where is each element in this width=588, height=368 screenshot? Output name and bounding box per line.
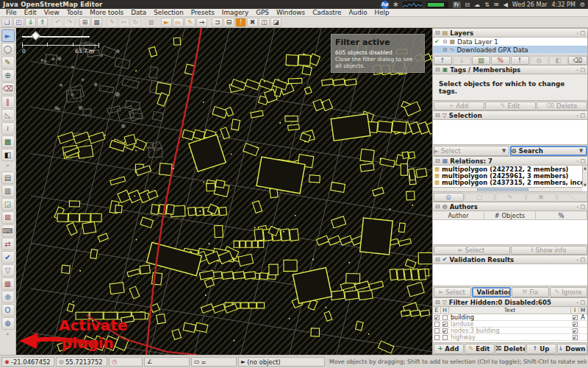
authors-select-button[interactable]: ► Select <box>434 246 510 255</box>
wand-button[interactable]: ✎ <box>107 18 118 27</box>
relation-download-button[interactable]: ⋱ <box>557 193 587 202</box>
relation-search-button[interactable]: ⊙ <box>434 193 464 202</box>
relation-item[interactable]: ▦multipolygon (2437315, 2 members, incom… <box>433 179 582 185</box>
mirror-tool-button[interactable]: ◧ <box>1 149 15 161</box>
filter-up-button[interactable]: ↑ Up <box>526 344 556 354</box>
command-stack-button[interactable]: ⇄ <box>1 238 15 250</box>
zoom-tool-button[interactable]: ⊕ <box>1 69 15 82</box>
zoom-slider-thumb[interactable] <box>31 31 40 40</box>
zoom-selection-button[interactable]: ⊞ <box>79 18 90 27</box>
plugin-button[interactable]: ⊛ <box>1 317 15 330</box>
zoom-slider[interactable] <box>22 32 103 40</box>
preferences-button[interactable]: ▦ <box>91 18 102 27</box>
column-objects[interactable]: # Objects <box>484 211 536 219</box>
collapse-icon[interactable]: ⊟ <box>435 158 440 164</box>
pin-icon[interactable]: – <box>576 113 579 118</box>
pin-arrow-button[interactable]: ✎ <box>184 18 196 27</box>
download-button[interactable]: ⇓ <box>25 18 36 27</box>
menu-help[interactable]: Help <box>371 9 393 16</box>
warning-button[interactable]: ! <box>235 18 246 27</box>
collapse-icon[interactable]: ⊟ <box>435 256 440 263</box>
toolbar-overflow-indicator[interactable]: » <box>6 331 9 337</box>
filter-text[interactable]: nodes:3 building <box>449 328 571 334</box>
search-dropdown[interactable]: ⊙ Search ▼ <box>510 146 587 156</box>
refresh-button[interactable]: ↻ <box>130 18 141 27</box>
delete-tool-button[interactable]: ⌫ <box>1 82 15 95</box>
filter-text[interactable]: building <box>449 314 571 321</box>
show-info-button[interactable]: ℹ Show info <box>511 246 587 255</box>
pin-icon[interactable]: – <box>576 204 579 210</box>
visibility-eye-icon[interactable]: ⊙ <box>442 38 448 45</box>
layer-warning-button[interactable]: ! <box>511 56 529 65</box>
delete-tag-button[interactable]: ⌫ Delete <box>537 102 587 110</box>
filter-edit-button[interactable]: ✎ Edit <box>465 344 495 354</box>
scissors-button[interactable]: ✂ <box>118 18 129 27</box>
close-icon[interactable]: □ <box>580 257 585 263</box>
new-button[interactable]: ❏ <box>1 18 12 27</box>
menu-imagery[interactable]: Imagery <box>218 9 252 16</box>
move-arrow-button[interactable]: → <box>196 18 207 27</box>
collapse-icon[interactable]: ⊟ <box>435 203 440 210</box>
filter-row[interactable]: highway✔ <box>433 334 587 341</box>
invert-checkbox[interactable]: ✔ <box>573 322 578 327</box>
menu-selection[interactable]: Selection <box>150 9 187 16</box>
menu-view[interactable]: View <box>40 9 63 16</box>
weather-icon[interactable]: ☁ <box>474 1 480 8</box>
filter-delete-button[interactable]: ⌫ Delete <box>495 344 526 354</box>
map-view[interactable]: 0 63.7 m Filter active 605 objects disab… <box>16 28 432 355</box>
angle-tool-button[interactable]: ◺ <box>1 109 15 121</box>
column-percent[interactable]: % <box>536 211 587 219</box>
invert-checkbox[interactable]: ✔ <box>573 335 578 340</box>
layer-percent-button[interactable]: % <box>491 56 509 65</box>
enable-checkbox[interactable] <box>434 328 440 333</box>
filter-down-button[interactable]: ↓ Down <box>557 344 587 354</box>
download-panel-button[interactable]: ▤ <box>1 171 15 184</box>
history-panel-button[interactable]: ▥ <box>1 185 15 197</box>
cpu-graph-widget[interactable] <box>403 1 422 8</box>
extrude-tool-button[interactable]: ▩ <box>1 135 15 148</box>
horizontal-scrollbar[interactable] <box>433 187 582 191</box>
enable-checkbox[interactable] <box>434 322 440 327</box>
invert-checkbox[interactable]: ✔ <box>573 315 578 320</box>
vertical-scrollbar[interactable]: ▲▼ <box>582 166 587 187</box>
menu-file[interactable]: File <box>2 9 21 16</box>
selection-panel-button[interactable]: ▽ <box>1 264 15 277</box>
hide-checkbox[interactable] <box>442 315 448 320</box>
menu-audio[interactable]: Audio <box>345 9 371 16</box>
filter-text[interactable]: landuse <box>449 321 571 328</box>
validation-panel-button[interactable]: ✔ <box>1 251 15 263</box>
building-tool-button[interactable]: ◪ <box>270 18 282 27</box>
column-author[interactable]: Author <box>433 211 484 219</box>
relation-edit-button[interactable]: ✎ <box>495 193 526 202</box>
relation-new-button[interactable]: ▢ <box>465 193 495 202</box>
close-icon[interactable]: □ <box>580 204 585 210</box>
printer-icon[interactable]: ⊟ <box>465 1 470 8</box>
collapse-icon[interactable]: ⊟ <box>435 299 440 305</box>
shortcut-panel-button[interactable]: ⌨ <box>1 224 15 237</box>
menu-more-tools[interactable]: More tools <box>86 9 127 16</box>
validation-run-button[interactable]: ✔ Validation <box>472 287 511 297</box>
visibility-eye-icon[interactable]: ⊙ <box>442 46 448 53</box>
measurement-panel-button[interactable]: O <box>1 304 15 316</box>
pin-icon[interactable]: – <box>576 158 579 164</box>
fix-button[interactable]: ⚒ Fix <box>512 287 549 297</box>
select-arrow-button[interactable]: ► <box>161 18 172 27</box>
layer-opacity-button[interactable]: ▨ <box>472 56 490 65</box>
pin-icon[interactable]: – <box>576 300 579 305</box>
ignore-button[interactable]: ✎ Ignore <box>550 287 587 297</box>
imagery-panel-button[interactable]: ◲ <box>1 198 15 210</box>
close-icon[interactable]: □ <box>580 113 585 118</box>
conflict-panel-button[interactable]: ⊠ <box>1 211 15 224</box>
move-tool-button[interactable]: ► <box>1 29 15 42</box>
close-tool-button[interactable]: ✖ <box>247 18 258 27</box>
hide-checkbox[interactable]: ✔ <box>442 322 448 327</box>
pin-icon[interactable]: – <box>576 257 579 263</box>
network-icon[interactable]: ⇅ <box>484 1 490 8</box>
enable-checkbox[interactable] <box>434 335 440 340</box>
keyboard-layout-indicator[interactable]: Fr <box>453 1 461 8</box>
close-icon[interactable]: □ <box>580 67 585 73</box>
enable-checkbox[interactable]: ✔ <box>434 315 440 320</box>
validation-select-button[interactable]: ► Select <box>434 287 471 297</box>
close-icon[interactable]: □ <box>580 158 585 164</box>
improve-accuracy-tool-button[interactable]: ≀ <box>1 122 15 135</box>
